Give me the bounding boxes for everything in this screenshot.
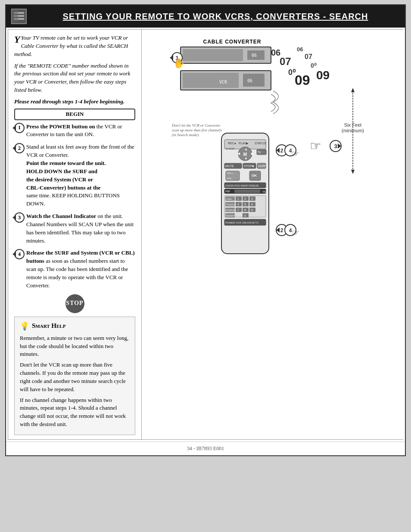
svg-text:PLAY▶: PLAY▶ bbox=[239, 142, 249, 145]
svg-text:STOP■: STOP■ bbox=[244, 165, 254, 168]
drop-cap: Y bbox=[14, 35, 20, 44]
svg-text:VCR: VCR bbox=[219, 80, 227, 84]
svg-text:06: 06 bbox=[252, 53, 257, 58]
svg-text:▶: ▶ bbox=[251, 152, 254, 156]
smart-help-text: Remember, a minute or two can seem very … bbox=[20, 334, 130, 429]
svg-text:07: 07 bbox=[305, 53, 312, 60]
svg-text:6: 6 bbox=[251, 203, 253, 206]
step-4-bubble: 4 bbox=[14, 249, 25, 259]
smart-help-section: 💡 Smart Help Remember, a minute or two c… bbox=[14, 317, 135, 435]
svg-rect-12 bbox=[243, 74, 265, 87]
svg-text:5: 5 bbox=[244, 203, 246, 206]
svg-text:0⁰: 0⁰ bbox=[311, 62, 317, 69]
step-2-bubble: 2 bbox=[14, 143, 25, 153]
svg-text:07: 07 bbox=[280, 56, 291, 67]
page-container: Setting Your Remote To Work VCRs, Conver… bbox=[5, 4, 406, 456]
svg-text:06: 06 bbox=[247, 78, 252, 83]
smart-help-para2: Don't let the VCR scan up more than five… bbox=[20, 361, 130, 393]
smart-help-para1: Remember, a minute or two can seem very … bbox=[20, 334, 130, 359]
svg-text:06: 06 bbox=[297, 46, 303, 53]
svg-text:OK: OK bbox=[252, 174, 257, 177]
svg-text:◀: ◀ bbox=[237, 152, 240, 156]
svg-text:MUTE: MUTE bbox=[225, 165, 234, 168]
svg-text:3: 3 bbox=[251, 197, 253, 200]
svg-text:(in Search mode).: (in Search mode). bbox=[172, 133, 199, 137]
step-1: 1 Press the POWER button on the VCR or C… bbox=[14, 123, 135, 139]
step-3-bold: Watch the Channel Indicator bbox=[26, 213, 96, 219]
svg-text:☞: ☞ bbox=[310, 139, 321, 153]
header-icon bbox=[11, 9, 27, 24]
step-2-content: Stand at least six feet away from the fr… bbox=[26, 143, 135, 208]
content-area: YYour TV remote can be set to work your … bbox=[8, 29, 403, 440]
svg-rect-67 bbox=[234, 190, 260, 193]
svg-marker-24 bbox=[170, 55, 173, 60]
svg-marker-32 bbox=[351, 88, 355, 92]
step-3-content: Watch the Channel Indicator on the unit.… bbox=[26, 212, 135, 245]
svg-text:3: 3 bbox=[334, 143, 337, 149]
smart-help-para3: If no channel change happens within two … bbox=[20, 396, 130, 429]
please-read: Please read through steps 1-4 before beg… bbox=[14, 98, 135, 106]
svg-marker-33 bbox=[351, 170, 355, 174]
svg-text:CABLE CONVERTER: CABLE CONVERTER bbox=[203, 39, 261, 45]
svg-text:CH/ON  POS  SWAP  FREEZE: CH/ON POS SWAP FREEZE bbox=[225, 184, 259, 187]
bulb-icon: 💡 bbox=[20, 320, 29, 332]
svg-text:06: 06 bbox=[271, 48, 280, 57]
begin-box: BEGIN bbox=[14, 109, 135, 120]
svg-text:2: 2 bbox=[280, 148, 283, 154]
svg-text:8: 8 bbox=[244, 208, 246, 212]
svg-text:STATUS: STATUS bbox=[255, 142, 266, 145]
svg-text:09: 09 bbox=[295, 72, 310, 88]
svg-text:▲: ▲ bbox=[244, 147, 248, 151]
svg-text:☞: ☞ bbox=[292, 149, 299, 159]
diagram-svg: CABLE CONVERTER 06 VCR 06 06 07 0⁰ 09 06 bbox=[146, 34, 400, 275]
svg-text:PIP: PIP bbox=[225, 190, 230, 193]
svg-text:100s: 100s bbox=[226, 198, 232, 200]
svg-text:TV: TV bbox=[257, 151, 261, 154]
page-footer: 34 - IB7893 E001 bbox=[6, 442, 405, 455]
intro-text: YYour TV remote can be set to work your … bbox=[14, 34, 135, 59]
svg-text:Don't let the VCR or Converter: Don't let the VCR or Converter bbox=[171, 123, 221, 128]
step-4: 4 Release the SURF and System (VCR or CB… bbox=[14, 249, 135, 289]
svg-text:☞: ☞ bbox=[292, 228, 299, 237]
svg-text:4: 4 bbox=[237, 203, 239, 206]
svg-text:0: 0 bbox=[244, 214, 246, 217]
svg-text:SURF: SURF bbox=[258, 165, 266, 168]
page-header: Setting Your Remote To Work VCRs, Conver… bbox=[6, 5, 405, 28]
step-4-content: Release the SURF and System (VCR or CBL)… bbox=[26, 249, 135, 289]
svg-text:REC●: REC● bbox=[228, 142, 236, 145]
step-1-bubble: 1 bbox=[14, 123, 25, 133]
svg-text:M: M bbox=[243, 152, 247, 157]
svg-text:1: 1 bbox=[237, 197, 239, 200]
svg-text:09: 09 bbox=[316, 68, 330, 82]
svg-text:scan up more than five channel: scan up more than five channels bbox=[172, 128, 222, 132]
smart-help-title: 💡 Smart Help bbox=[20, 320, 130, 332]
svg-text:2: 2 bbox=[280, 227, 283, 233]
step-3-bubble: 3 bbox=[14, 212, 25, 223]
svg-rect-6 bbox=[183, 49, 243, 61]
stop-button: STOP bbox=[65, 294, 84, 313]
svg-text:🤚: 🤚 bbox=[173, 57, 185, 69]
svg-text:9: 9 bbox=[251, 208, 253, 212]
svg-text:SMART: SMART bbox=[226, 215, 235, 217]
svg-text:POWER  VCR  CBL/ON  M  TV: POWER VCR CBL/ON M TV bbox=[225, 221, 258, 224]
svg-text:▼: ▼ bbox=[244, 157, 248, 161]
step-1-content: Press the POWER button on the VCR or Con… bbox=[26, 123, 135, 139]
step-1-bold: Press the POWER button on bbox=[26, 123, 95, 130]
svg-text:TV/VCR: TV/VCR bbox=[226, 203, 236, 206]
svg-text:SEL: SEL bbox=[262, 190, 268, 193]
svg-text:CLEAR: CLEAR bbox=[226, 147, 235, 150]
page-title: Setting Your Remote To Work VCRs, Conver… bbox=[31, 12, 400, 22]
svg-rect-10 bbox=[183, 73, 239, 88]
step-3: 3 Watch the Channel Indicator on the uni… bbox=[14, 212, 135, 245]
step-2: 2 Stand at least six feet away from the … bbox=[14, 143, 135, 208]
stop-box: STOP bbox=[14, 294, 135, 313]
svg-rect-3 bbox=[13, 10, 18, 22]
svg-text:VOL+: VOL+ bbox=[227, 172, 234, 174]
svg-text:VOL-: VOL- bbox=[227, 177, 233, 180]
left-panel: YYour TV remote can be set to work your … bbox=[8, 30, 142, 439]
right-panel: CABLE CONVERTER 06 VCR 06 06 07 0⁰ 09 06 bbox=[142, 30, 405, 439]
svg-text:2: 2 bbox=[244, 197, 246, 200]
if-text: If the "REMOTE CODE" number method shown… bbox=[14, 62, 135, 94]
svg-text:7: 7 bbox=[237, 208, 239, 212]
